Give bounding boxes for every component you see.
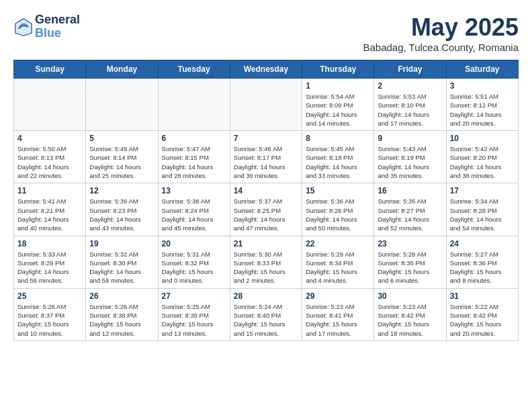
day-cell — [14, 79, 86, 131]
day-number: 5 — [89, 134, 154, 143]
day-header-friday: Friday — [374, 60, 446, 79]
day-info: Sunrise: 5:37 AM Sunset: 8:25 PM Dayligh… — [234, 197, 298, 232]
day-cell: 25Sunrise: 5:26 AM Sunset: 8:37 PM Dayli… — [14, 288, 86, 340]
day-info: Sunrise: 5:28 AM Sunset: 8:35 PM Dayligh… — [378, 250, 442, 285]
day-cell: 20Sunrise: 5:31 AM Sunset: 8:32 PM Dayli… — [158, 236, 230, 288]
week-row-5: 25Sunrise: 5:26 AM Sunset: 8:37 PM Dayli… — [14, 288, 519, 340]
day-cell: 8Sunrise: 5:45 AM Sunset: 8:18 PM Daylig… — [302, 131, 374, 183]
day-info: Sunrise: 5:34 AM Sunset: 8:28 PM Dayligh… — [450, 197, 515, 232]
month-title: May 2025 — [363, 13, 519, 42]
day-number: 20 — [162, 239, 226, 248]
day-header-thursday: Thursday — [302, 60, 374, 79]
day-info: Sunrise: 5:32 AM Sunset: 8:30 PM Dayligh… — [89, 250, 154, 285]
day-cell — [230, 79, 302, 131]
day-cell: 26Sunrise: 5:26 AM Sunset: 8:38 PM Dayli… — [86, 288, 158, 340]
calendar: SundayMondayTuesdayWednesdayThursdayFrid… — [13, 60, 519, 341]
title-area: May 2025 Babadag, Tulcea County, Romania — [363, 13, 519, 53]
day-info: Sunrise: 5:26 AM Sunset: 8:38 PM Dayligh… — [89, 302, 154, 338]
day-number: 28 — [234, 291, 298, 301]
day-info: Sunrise: 5:53 AM Sunset: 8:10 PM Dayligh… — [378, 92, 442, 128]
day-number: 22 — [306, 239, 370, 248]
day-number: 31 — [450, 291, 515, 301]
day-info: Sunrise: 5:24 AM Sunset: 8:40 PM Dayligh… — [234, 302, 298, 338]
day-number: 21 — [234, 239, 298, 248]
day-info: Sunrise: 5:25 AM Sunset: 8:39 PM Dayligh… — [162, 302, 226, 338]
day-number: 17 — [450, 186, 515, 195]
day-info: Sunrise: 5:47 AM Sunset: 8:15 PM Dayligh… — [162, 144, 226, 180]
day-cell: 13Sunrise: 5:38 AM Sunset: 8:24 PM Dayli… — [158, 183, 230, 236]
day-cell: 16Sunrise: 5:35 AM Sunset: 8:27 PM Dayli… — [374, 183, 446, 236]
day-info: Sunrise: 5:38 AM Sunset: 8:24 PM Dayligh… — [162, 197, 226, 232]
day-cell: 5Sunrise: 5:49 AM Sunset: 8:14 PM Daylig… — [86, 131, 158, 183]
day-number: 10 — [450, 134, 515, 143]
day-number: 4 — [17, 134, 82, 143]
header: General Blue May 2025 Babadag, Tulcea Co… — [13, 13, 519, 53]
day-info: Sunrise: 5:35 AM Sunset: 8:27 PM Dayligh… — [378, 197, 442, 232]
day-cell: 22Sunrise: 5:29 AM Sunset: 8:34 PM Dayli… — [302, 236, 374, 288]
day-number: 24 — [450, 239, 515, 248]
week-row-3: 11Sunrise: 5:41 AM Sunset: 8:21 PM Dayli… — [14, 183, 519, 236]
day-info: Sunrise: 5:23 AM Sunset: 8:42 PM Dayligh… — [378, 302, 442, 338]
day-cell: 7Sunrise: 5:46 AM Sunset: 8:17 PM Daylig… — [230, 131, 302, 183]
day-info: Sunrise: 5:39 AM Sunset: 8:23 PM Dayligh… — [89, 197, 154, 232]
day-cell: 30Sunrise: 5:23 AM Sunset: 8:42 PM Dayli… — [374, 288, 446, 340]
day-cell: 27Sunrise: 5:25 AM Sunset: 8:39 PM Dayli… — [158, 288, 230, 340]
day-info: Sunrise: 5:43 AM Sunset: 8:19 PM Dayligh… — [378, 144, 442, 180]
day-number: 30 — [378, 291, 442, 301]
day-header-monday: Monday — [86, 60, 158, 79]
day-number: 1 — [306, 81, 370, 91]
week-row-2: 4Sunrise: 5:50 AM Sunset: 8:13 PM Daylig… — [14, 131, 519, 183]
day-cell: 12Sunrise: 5:39 AM Sunset: 8:23 PM Dayli… — [86, 183, 158, 236]
day-info: Sunrise: 5:51 AM Sunset: 8:12 PM Dayligh… — [450, 92, 515, 128]
day-cell: 14Sunrise: 5:37 AM Sunset: 8:25 PM Dayli… — [230, 183, 302, 236]
day-number: 3 — [450, 81, 515, 91]
logo-icon — [13, 17, 32, 36]
logo-text: General Blue — [35, 13, 80, 40]
day-cell: 19Sunrise: 5:32 AM Sunset: 8:30 PM Dayli… — [86, 236, 158, 288]
day-number: 29 — [306, 291, 370, 301]
days-header-row: SundayMondayTuesdayWednesdayThursdayFrid… — [14, 60, 519, 79]
day-number: 23 — [378, 239, 442, 248]
day-number: 9 — [378, 134, 442, 143]
day-number: 25 — [17, 291, 82, 301]
day-header-wednesday: Wednesday — [230, 60, 302, 79]
day-info: Sunrise: 5:46 AM Sunset: 8:17 PM Dayligh… — [234, 144, 298, 180]
day-info: Sunrise: 5:36 AM Sunset: 8:26 PM Dayligh… — [306, 197, 370, 232]
day-info: Sunrise: 5:30 AM Sunset: 8:33 PM Dayligh… — [234, 250, 298, 285]
day-number: 7 — [234, 134, 298, 143]
day-header-saturday: Saturday — [446, 60, 518, 79]
day-number: 16 — [378, 186, 442, 195]
subtitle: Babadag, Tulcea County, Romania — [363, 42, 519, 53]
day-cell: 6Sunrise: 5:47 AM Sunset: 8:15 PM Daylig… — [158, 131, 230, 183]
day-number: 2 — [378, 81, 442, 91]
day-number: 26 — [89, 291, 154, 301]
day-cell — [86, 79, 158, 131]
day-info: Sunrise: 5:23 AM Sunset: 8:41 PM Dayligh… — [306, 302, 370, 338]
week-row-4: 18Sunrise: 5:33 AM Sunset: 8:29 PM Dayli… — [14, 236, 519, 288]
logo: General Blue — [13, 13, 80, 40]
day-cell: 2Sunrise: 5:53 AM Sunset: 8:10 PM Daylig… — [374, 79, 446, 131]
day-info: Sunrise: 5:31 AM Sunset: 8:32 PM Dayligh… — [162, 250, 226, 285]
page: General Blue May 2025 Babadag, Tulcea Co… — [0, 0, 532, 348]
day-header-tuesday: Tuesday — [158, 60, 230, 79]
day-number: 12 — [89, 186, 154, 195]
day-info: Sunrise: 5:54 AM Sunset: 8:09 PM Dayligh… — [306, 92, 370, 128]
day-cell: 10Sunrise: 5:42 AM Sunset: 8:20 PM Dayli… — [446, 131, 518, 183]
day-info: Sunrise: 5:29 AM Sunset: 8:34 PM Dayligh… — [306, 250, 370, 285]
day-cell: 3Sunrise: 5:51 AM Sunset: 8:12 PM Daylig… — [446, 79, 518, 131]
day-info: Sunrise: 5:49 AM Sunset: 8:14 PM Dayligh… — [89, 144, 154, 180]
day-cell — [158, 79, 230, 131]
day-cell: 17Sunrise: 5:34 AM Sunset: 8:28 PM Dayli… — [446, 183, 518, 236]
day-cell: 24Sunrise: 5:27 AM Sunset: 8:36 PM Dayli… — [446, 236, 518, 288]
day-number: 6 — [162, 134, 226, 143]
week-row-1: 1Sunrise: 5:54 AM Sunset: 8:09 PM Daylig… — [14, 79, 519, 131]
day-number: 8 — [306, 134, 370, 143]
day-number: 27 — [162, 291, 226, 301]
day-info: Sunrise: 5:50 AM Sunset: 8:13 PM Dayligh… — [17, 144, 82, 180]
day-info: Sunrise: 5:45 AM Sunset: 8:18 PM Dayligh… — [306, 144, 370, 180]
day-cell: 9Sunrise: 5:43 AM Sunset: 8:19 PM Daylig… — [374, 131, 446, 183]
day-number: 15 — [306, 186, 370, 195]
day-cell: 15Sunrise: 5:36 AM Sunset: 8:26 PM Dayli… — [302, 183, 374, 236]
day-info: Sunrise: 5:27 AM Sunset: 8:36 PM Dayligh… — [450, 250, 515, 285]
day-cell: 23Sunrise: 5:28 AM Sunset: 8:35 PM Dayli… — [374, 236, 446, 288]
